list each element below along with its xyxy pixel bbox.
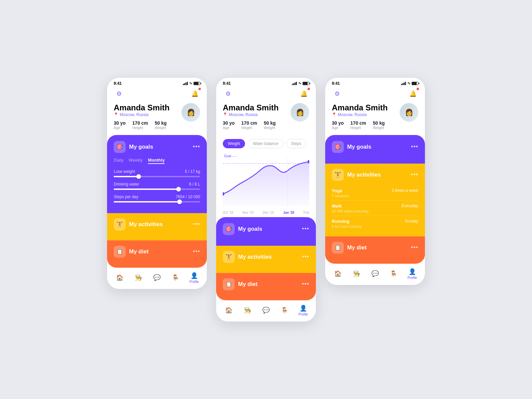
goal-name-lose-1: Lose weight xyxy=(114,169,135,174)
screens-container: 9:41 ∿ ⚙ 🔔 xyxy=(107,78,425,322)
chart-x-labels-2: Oct '19 Nov '19 Dec '19 Jan '20 Feb xyxy=(216,211,316,217)
home-icon-1: 🏠 xyxy=(116,274,123,281)
chat-icon-1: 💬 xyxy=(153,274,161,281)
nav-home-1[interactable]: 🏠 xyxy=(113,274,126,281)
activities-menu-1[interactable]: ••• xyxy=(193,221,200,228)
goal-value-steps-1: 7654 / 10 000 xyxy=(176,195,200,199)
stat-weight-1: 50 kg Weight xyxy=(155,120,167,130)
slider-track-water-1[interactable] xyxy=(114,189,200,190)
goals-card-header-1: 🎯 My goals ••• xyxy=(114,141,200,153)
diet-menu-2[interactable]: ••• xyxy=(302,281,309,288)
target-icon-2: 🎯 xyxy=(225,226,232,232)
location-pin-1: 📍 xyxy=(114,112,118,117)
furniture-icon-2: 🪑 xyxy=(281,307,288,314)
diet-menu-1[interactable]: ••• xyxy=(193,248,200,255)
activities-menu-3[interactable]: ••• xyxy=(411,171,418,178)
goals-menu-2[interactable]: ••• xyxy=(302,225,309,232)
user-name-3: Amanda Smith xyxy=(332,103,388,112)
stat-weight-3: 50 kg Weight xyxy=(373,120,385,130)
nav-profile-3[interactable]: 👤 Profile xyxy=(406,268,419,280)
nav-home-3[interactable]: 🏠 xyxy=(331,270,344,277)
furniture-icon-3: 🪑 xyxy=(390,270,397,277)
height-label-2: Height xyxy=(241,126,257,130)
diet-title-group-1: 📋 My diet xyxy=(114,246,149,258)
goals-icon-box-3: 🎯 xyxy=(332,141,344,153)
goal-tabs-1: Daily Weekly Monthly xyxy=(114,158,200,164)
user-location-3: 📍 Moscow, Russia xyxy=(332,112,388,117)
diet-card-header-1: 📋 My diet ••• xyxy=(114,246,200,258)
settings-button-3[interactable]: ⚙ xyxy=(332,88,342,99)
height-value-1: 170 cm xyxy=(132,120,148,126)
slider-fill-water-1 xyxy=(114,189,179,190)
dumbbell-icon-2: 🏋️ xyxy=(225,254,232,260)
goals-menu-3[interactable]: ••• xyxy=(411,143,418,150)
nav-chef-1[interactable]: 👨‍🍳 xyxy=(132,274,145,281)
activity-yoga-sub-3: 7 sessions xyxy=(332,194,349,198)
signal-icon-2 xyxy=(292,82,297,85)
phone-header-1: ⚙ 🔔 xyxy=(107,87,207,103)
bell-icon-1: 🔔 xyxy=(191,90,199,97)
slider-fill-lose-1 xyxy=(114,176,139,177)
activities-menu-2[interactable]: ••• xyxy=(302,253,309,260)
chart-tab-weight-2[interactable]: Weight xyxy=(223,139,245,148)
activity-walk-info-3: Walk 10 000 steps everyday xyxy=(332,203,369,213)
settings-button-2[interactable]: ⚙ xyxy=(223,88,233,99)
goals-menu-1[interactable]: ••• xyxy=(193,143,200,150)
nav-furniture-1[interactable]: 🪑 xyxy=(169,274,182,281)
chart-tab-water-2[interactable]: Water balance xyxy=(248,139,283,148)
tab-weekly-1[interactable]: Weekly xyxy=(129,158,143,164)
user-info-3: Amanda Smith 📍 Moscow, Russia 30 yo Age … xyxy=(325,103,425,135)
goal-lose-weight-header-1: Lose weight 5 / 17 kg xyxy=(114,169,200,174)
nav-chef-3[interactable]: 👨‍🍳 xyxy=(350,270,363,277)
status-icons-2: ∿ xyxy=(292,81,309,85)
activities-icon-box-2: 🏋️ xyxy=(223,251,235,263)
activities-card-1: 🏋️ My activities ••• xyxy=(107,213,207,240)
goals-title-group-3: 🎯 My goals xyxy=(332,141,371,153)
nav-chat-2[interactable]: 💬 xyxy=(259,307,273,314)
gear-icon-3: ⚙ xyxy=(334,90,340,97)
diet-menu-3[interactable]: ••• xyxy=(411,244,418,251)
notification-button-1[interactable]: 🔔 xyxy=(190,88,200,99)
nav-furniture-3[interactable]: 🪑 xyxy=(387,270,400,277)
user-text-3: Amanda Smith 📍 Moscow, Russia 30 yo Age … xyxy=(332,103,388,130)
nav-furniture-2[interactable]: 🪑 xyxy=(278,307,291,314)
target-icon-3: 🎯 xyxy=(334,144,341,150)
battery-icon-2 xyxy=(303,82,309,85)
slider-track-lose-1[interactable] xyxy=(114,176,200,177)
gear-icon-1: ⚙ xyxy=(116,90,122,97)
height-value-3: 170 cm xyxy=(350,120,366,126)
nav-profile-1[interactable]: 👤 Profile xyxy=(188,272,201,284)
avatar-1: 👩 xyxy=(182,103,200,122)
activity-yoga-freq-3: 3 times a week xyxy=(392,188,418,193)
slider-track-steps-1[interactable] xyxy=(114,201,200,202)
stat-age-2: 30 yo Age xyxy=(223,120,235,130)
activity-yoga-3: Yoga 7 sessions 3 times a week xyxy=(332,186,418,201)
activity-running-name-3: Running xyxy=(332,219,361,224)
activities-title-group-1: 🏋️ My activities xyxy=(114,218,163,230)
tab-monthly-1[interactable]: Monthly xyxy=(148,158,165,164)
weight-value-2: 50 kg xyxy=(264,120,276,126)
nav-home-2[interactable]: 🏠 xyxy=(222,307,235,314)
bottom-nav-2: 🏠 👨‍🍳 💬 🪑 👤 Profile xyxy=(216,300,316,322)
notification-button-2[interactable]: 🔔 xyxy=(299,88,309,99)
status-icons-3: ∿ xyxy=(401,81,418,85)
goals-icon-box-1: 🎯 xyxy=(114,141,126,153)
goals-card-header-2: 🎯 My goals ••• xyxy=(223,223,309,235)
status-icons-1: ∿ xyxy=(183,81,200,85)
x-label-feb: Feb xyxy=(304,211,309,214)
nav-profile-2[interactable]: 👤 Profile xyxy=(297,305,310,316)
chart-tab-steps-2[interactable]: Steps xyxy=(286,139,306,148)
user-text-2: Amanda Smith 📍 Moscow, Russia 30 yo Age … xyxy=(223,103,279,130)
settings-button-1[interactable]: ⚙ xyxy=(114,88,124,99)
notification-button-3[interactable]: 🔔 xyxy=(408,88,418,99)
tab-daily-1[interactable]: Daily xyxy=(114,158,123,164)
stat-age-1: 30 yo Age xyxy=(114,120,126,130)
dumbbell-icon-1: 🏋️ xyxy=(116,221,123,227)
nav-chat-1[interactable]: 💬 xyxy=(150,274,164,281)
activity-walk-freq-3: Everyday xyxy=(402,203,418,208)
nav-chef-2[interactable]: 👨‍🍳 xyxy=(241,307,254,314)
activities-icon-box-1: 🏋️ xyxy=(114,218,126,230)
goals-title-group-2: 🎯 My goals xyxy=(223,223,262,235)
gear-icon-2: ⚙ xyxy=(225,90,231,97)
nav-chat-3[interactable]: 💬 xyxy=(368,270,382,277)
